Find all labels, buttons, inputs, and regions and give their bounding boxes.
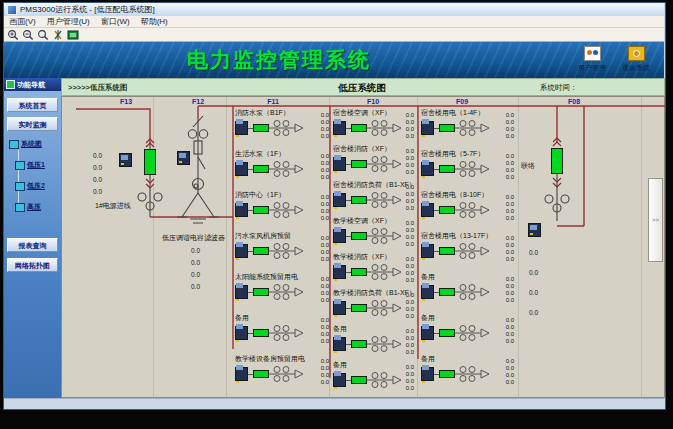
telemetry-value: 0.0 <box>321 358 329 365</box>
meter-icon[interactable] <box>528 223 541 237</box>
meter-icon[interactable] <box>119 153 132 167</box>
menu-item-user-management[interactable]: 用户管理(U) <box>47 16 90 27</box>
breaker-icon[interactable] <box>439 206 455 214</box>
telemetry-value: 0.0 <box>321 317 329 324</box>
breaker-icon[interactable] <box>253 165 269 173</box>
feeder-branch-row: 备用 0.00.00.00.0 <box>421 312 515 353</box>
zoom-in-icon[interactable] <box>7 29 19 41</box>
sidebar-tree-lowvoltage-2[interactable]: 低压2 <box>15 181 45 191</box>
telemetry-value: 0.0 <box>506 194 514 201</box>
sidebar-tree-lowvoltage-1[interactable]: 低压1 <box>15 160 45 170</box>
branch-telemetry-values: 0.00.00.00.0 <box>506 317 514 345</box>
meter-icon[interactable] <box>235 285 248 299</box>
user-management-button[interactable]: 用户管理 <box>570 46 614 73</box>
breaker-icon[interactable] <box>253 288 269 296</box>
breaker-icon[interactable] <box>351 268 367 276</box>
meter-icon[interactable] <box>333 337 346 351</box>
power-icon <box>628 46 645 61</box>
branch-symbols <box>235 282 305 302</box>
meter-icon[interactable] <box>235 162 248 176</box>
zoom-fit-icon[interactable] <box>37 29 49 41</box>
f13-telemetry-values: 0.00.00.00.0 <box>93 150 102 198</box>
telemetry-value: 0.0 <box>321 112 329 119</box>
ct-and-arrow-icon <box>269 159 305 179</box>
sidebar-item-reports[interactable]: 报表查询 <box>7 238 58 252</box>
telemetry-value: 0.0 <box>506 317 514 324</box>
breaker-icon[interactable] <box>351 376 367 384</box>
status-bar <box>4 398 664 408</box>
meter-icon[interactable] <box>421 121 434 135</box>
meter-icon[interactable] <box>235 244 248 258</box>
meter-icon[interactable] <box>235 326 248 340</box>
meter-icon[interactable] <box>421 285 434 299</box>
oneline-diagram-canvas: F13 F12 F11 F10 F09 F08 <box>61 96 665 398</box>
meter-icon[interactable] <box>235 121 248 135</box>
breaker-icon[interactable] <box>439 165 455 173</box>
meter-icon[interactable] <box>333 265 346 279</box>
ct-and-arrow-icon <box>455 118 491 138</box>
zoom-out-icon[interactable] <box>22 29 34 41</box>
breaker-icon[interactable] <box>351 304 367 312</box>
breaker-icon[interactable] <box>253 329 269 337</box>
meter-icon[interactable] <box>421 244 434 258</box>
telemetry-value: 0.0 <box>321 160 329 167</box>
breaker-icon[interactable] <box>253 206 269 214</box>
telemetry-value: 0.0 <box>406 162 414 169</box>
feeder-branch-row: 宿舍楼用电（8-10F） 0.00.00.00.0 <box>421 189 515 230</box>
meter-icon[interactable] <box>177 151 190 165</box>
breaker-icon[interactable] <box>351 196 367 204</box>
meter-icon[interactable] <box>421 326 434 340</box>
breaker-icon[interactable] <box>351 340 367 348</box>
telemetry-value: 0.0 <box>406 227 414 234</box>
breaker-icon[interactable] <box>351 160 367 168</box>
menu-item-window[interactable]: 窗口(W) <box>101 16 130 27</box>
menu-item-view[interactable]: 画面(V) <box>9 16 36 27</box>
telemetry-value: 0.0 <box>406 191 414 198</box>
branch-symbols <box>421 200 491 220</box>
meter-icon[interactable] <box>333 229 346 243</box>
breaker-icon[interactable] <box>439 288 455 296</box>
breaker-f13[interactable] <box>144 149 156 175</box>
breaker-icon[interactable] <box>439 247 455 255</box>
branch-telemetry-values: 0.00.00.00.0 <box>406 328 414 356</box>
breaker-icon[interactable] <box>351 232 367 240</box>
breaker-icon[interactable] <box>439 124 455 132</box>
breaker-icon[interactable] <box>351 124 367 132</box>
meter-icon[interactable] <box>333 157 346 171</box>
breaker-icon[interactable] <box>253 370 269 378</box>
meter-icon[interactable] <box>333 193 346 207</box>
telemetry-value: 0.0 <box>506 324 514 331</box>
breaker-icon[interactable] <box>253 247 269 255</box>
telemetry-value: 0.0 <box>321 297 329 304</box>
meter-icon[interactable] <box>333 301 346 315</box>
branch-label: 宿舍楼消防（XF） <box>333 144 391 154</box>
breaker-icon[interactable] <box>253 124 269 132</box>
meter-icon[interactable] <box>235 203 248 217</box>
sidebar-item-home[interactable]: 系统首页 <box>7 98 58 112</box>
exit-system-button[interactable]: 退出系统 <box>614 46 658 73</box>
telemetry-value: 0.0 <box>406 234 414 241</box>
expand-panel-button[interactable]: >> <box>648 178 663 262</box>
screen-icon[interactable] <box>67 29 79 41</box>
sidebar-tree-highvoltage[interactable]: 高压 <box>15 202 41 212</box>
breaker-icon[interactable] <box>439 370 455 378</box>
breaker-f08-tie[interactable] <box>551 148 563 174</box>
mark-icon[interactable] <box>52 29 64 41</box>
sidebar-tree-system-diagram[interactable]: 系统图 <box>9 139 42 149</box>
menu-item-help[interactable]: 帮助(H) <box>141 16 168 27</box>
sidebar-item-network-topology[interactable]: 网络拓扑图 <box>7 258 58 272</box>
meter-icon[interactable] <box>421 162 434 176</box>
meter-icon[interactable] <box>333 121 346 135</box>
meter-icon[interactable] <box>421 203 434 217</box>
branch-telemetry-values: 0.00.00.00.0 <box>321 194 329 222</box>
title-bar[interactable]: PMS3000运行系统 - [低压配电系统图] <box>4 3 664 16</box>
sidebar-item-realtime-monitor[interactable]: 实时监测 <box>7 117 58 131</box>
telemetry-value: 0.0 <box>321 208 329 215</box>
telemetry-value: 0.0 <box>93 162 102 174</box>
meter-icon[interactable] <box>235 367 248 381</box>
meter-icon[interactable] <box>421 367 434 381</box>
telemetry-value: 0.0 <box>506 133 514 140</box>
telemetry-value: 0.0 <box>321 372 329 379</box>
breaker-icon[interactable] <box>439 329 455 337</box>
meter-icon[interactable] <box>333 373 346 387</box>
